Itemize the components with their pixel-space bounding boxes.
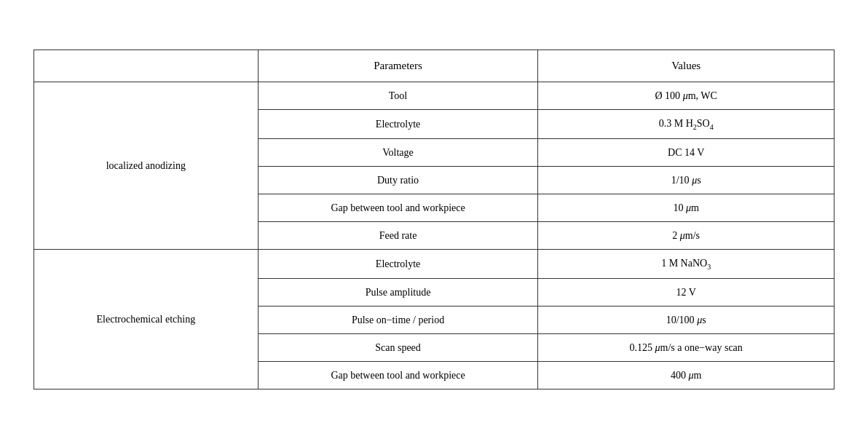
- value-cell: 10/100 μs: [538, 306, 835, 333]
- value-cell: 2 μm/s: [538, 221, 835, 249]
- value-cell: 12 V: [538, 278, 835, 306]
- category-cell-0: localized anodizing: [34, 82, 259, 249]
- param-cell: Electrolyte: [258, 109, 538, 138]
- param-cell: Feed rate: [258, 221, 538, 249]
- header-category: [34, 50, 259, 82]
- param-cell: Gap between tool and workpiece: [258, 361, 538, 389]
- param-cell: Gap between tool and workpiece: [258, 194, 538, 221]
- param-cell: Scan speed: [258, 333, 538, 361]
- param-cell: Pulse amplitude: [258, 278, 538, 306]
- param-cell: Tool: [258, 82, 538, 109]
- param-cell: Pulse on−time / period: [258, 306, 538, 333]
- param-cell: Duty ratio: [258, 166, 538, 194]
- table-header-row: Parameters Values: [34, 50, 835, 82]
- value-cell: 10 μm: [538, 194, 835, 221]
- value-cell: 0.125 μm/s a one−way scan: [538, 333, 835, 361]
- value-cell: DC 14 V: [538, 138, 835, 166]
- param-cell: Voltage: [258, 138, 538, 166]
- value-cell: 1/10 μs: [538, 166, 835, 194]
- value-cell: 400 μm: [538, 361, 835, 389]
- value-cell: Ø 100 μm, WC: [538, 82, 835, 109]
- table-row: Electrochemical etchingElectrolyte1 M Na…: [34, 249, 835, 278]
- param-cell: Electrolyte: [258, 249, 538, 278]
- parameters-table: Parameters Values localized anodizingToo…: [33, 50, 835, 389]
- main-table-wrapper: Parameters Values localized anodizingToo…: [33, 50, 835, 389]
- category-cell-1: Electrochemical etching: [34, 249, 259, 389]
- header-values: Values: [538, 50, 835, 82]
- value-cell: 0.3 M H2SO4: [538, 109, 835, 138]
- table-row: localized anodizingToolØ 100 μm, WC: [34, 82, 835, 109]
- value-cell: 1 M NaNO3: [538, 249, 835, 278]
- header-parameters: Parameters: [258, 50, 538, 82]
